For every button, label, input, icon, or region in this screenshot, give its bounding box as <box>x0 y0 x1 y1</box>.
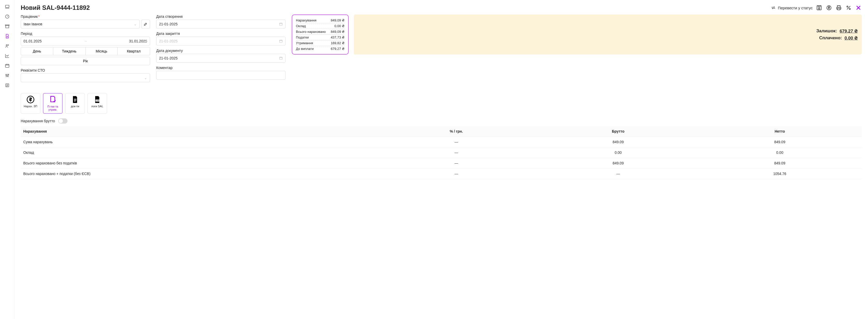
table-row: Всього нараховано + податки (без ЄСВ) — … <box>21 168 862 179</box>
paid-label: Сплачено: <box>819 35 842 41</box>
comment-label: Коментар <box>156 66 285 70</box>
nav-sliders-icon[interactable] <box>5 73 10 78</box>
tab-docs[interactable]: док-ти <box>65 93 85 114</box>
summary-value: 0,00 ₴ <box>334 24 344 28</box>
preset-day[interactable]: День <box>21 47 53 55</box>
period-from: 01.01.2025 <box>24 39 42 43</box>
docdate-label: Дата документу <box>156 49 285 53</box>
nav-document-icon[interactable] <box>5 34 10 39</box>
change-status-label: Перевести у статус <box>778 6 813 10</box>
doc-lines-icon <box>71 95 79 104</box>
svg-rect-16 <box>144 40 147 42</box>
created-input[interactable]: 21-01-2025 <box>156 20 285 28</box>
period-range[interactable]: 01.01.2025 → 31.01.2025 <box>21 37 150 45</box>
comment-input[interactable] <box>156 71 285 79</box>
summary-value: 169,82 ₴ <box>331 41 344 45</box>
svg-rect-0 <box>5 5 9 7</box>
docdate-value: 21-01-2025 <box>159 56 178 60</box>
sidebar <box>0 0 14 319</box>
summary-box: Нарахування849,09 ₴ Оклад0,00 ₴ Всього н… <box>292 14 349 55</box>
percent-icon[interactable] <box>845 4 852 11</box>
close-icon[interactable] <box>855 4 862 11</box>
log-icon: LOG <box>93 95 101 104</box>
svg-rect-17 <box>280 23 282 25</box>
table-row: Всього нараховано без податків — 849.09 … <box>21 158 862 168</box>
summary-label: Податки <box>296 35 309 39</box>
svg-point-5 <box>6 74 6 75</box>
tab-cards: Нарах. ЗП П-тки та утрим. док-ти LOG лог… <box>21 93 862 114</box>
edit-employee-button[interactable] <box>141 20 150 28</box>
nav-chart-icon[interactable] <box>5 53 10 58</box>
tab-accrual[interactable]: Нарах. ЗП <box>21 93 40 114</box>
summary-value: 437,73 ₴ <box>331 35 344 39</box>
requisites-select[interactable]: ⌄ <box>21 73 150 82</box>
preset-week[interactable]: Тиждень <box>53 47 86 55</box>
print-icon[interactable] <box>835 4 842 11</box>
closed-input[interactable]: 21-01-2025 <box>156 37 285 45</box>
tab-label: док-ти <box>71 105 79 108</box>
tab-logs[interactable]: LOG логи SAL <box>87 93 107 114</box>
period-label: Період <box>21 32 150 36</box>
period-preset-group: День Тиждень Місяць Квартал <box>21 47 150 55</box>
nav-list-icon[interactable] <box>5 83 10 88</box>
table-row: Сума нарахувань — 849.09 849.09 <box>21 137 862 147</box>
transfer-icon <box>771 5 776 10</box>
col-gross: Брутто <box>538 126 698 137</box>
nav-calendar-icon[interactable] <box>5 63 10 68</box>
requisites-label: Реквізити СТО <box>21 68 150 72</box>
created-label: Дата створення <box>156 14 285 19</box>
tab-taxes[interactable]: П-тки та утрим. <box>43 93 63 114</box>
save-icon[interactable] <box>816 4 823 11</box>
svg-rect-21 <box>74 99 76 99</box>
paid-value: 0,00 ₴ <box>844 35 858 41</box>
svg-text:LOG: LOG <box>96 100 99 101</box>
created-value: 21-01-2025 <box>159 22 178 26</box>
svg-point-10 <box>818 8 820 9</box>
nav-dashboard-icon[interactable] <box>5 14 10 19</box>
table-row: Оклад — 0.00 0.00 <box>21 147 862 158</box>
employee-select[interactable]: Іван Іванов ⌄ <box>21 20 140 28</box>
svg-rect-22 <box>74 100 76 100</box>
accrual-table: Нарахування % / грн. Брутто Нетто Сума н… <box>21 126 862 179</box>
summary-label: Оклад <box>296 24 306 28</box>
svg-point-3 <box>8 45 8 45</box>
svg-point-2 <box>6 45 7 46</box>
tab-label: Нарах. ЗП <box>24 105 37 108</box>
employee-label: Працівник* <box>21 14 140 19</box>
calendar-icon <box>144 39 147 43</box>
summary-label: Нарахування <box>296 18 316 22</box>
preset-year[interactable]: Рік <box>21 57 150 65</box>
money-icon[interactable] <box>826 4 832 11</box>
svg-rect-19 <box>280 57 282 60</box>
docdate-input[interactable]: 21-01-2025 <box>156 54 285 63</box>
employee-value: Іван Іванов <box>24 22 42 26</box>
preset-month[interactable]: Місяць <box>86 47 118 55</box>
shield-doc-icon <box>49 96 57 104</box>
tab-label: П-тки та утрим. <box>44 105 62 111</box>
balance-box: Залишок: 679,27 ₴ Сплачено: 0,00 ₴ <box>354 14 862 55</box>
arrow-right-icon: → <box>42 39 129 43</box>
nav-users-icon[interactable] <box>5 43 10 49</box>
closed-value: 21-01-2025 <box>159 39 178 43</box>
remain-label: Залишок: <box>816 28 837 34</box>
page-title: Новий SAL-9444-11892 <box>21 4 768 11</box>
tab-label: логи SAL <box>91 105 103 108</box>
summary-value: 849,09 ₴ <box>331 18 344 22</box>
svg-point-6 <box>7 76 7 76</box>
calendar-icon <box>279 56 283 60</box>
summary-label: Всього нараховано <box>296 30 326 34</box>
closed-label: Дата закриття <box>156 32 285 36</box>
svg-point-14 <box>847 6 848 7</box>
remain-value: 679,27 ₴ <box>840 28 858 34</box>
gross-toggle[interactable] <box>58 118 67 124</box>
svg-point-7 <box>8 74 9 75</box>
preset-quarter[interactable]: Квартал <box>118 47 150 55</box>
change-status-button[interactable]: Перевести у статус <box>771 5 813 10</box>
svg-rect-4 <box>5 64 9 67</box>
svg-point-15 <box>849 8 850 9</box>
calendar-icon <box>279 39 283 43</box>
chevron-down-icon: ⌄ <box>134 22 137 26</box>
nav-archive-icon[interactable] <box>5 24 10 29</box>
summary-value: 679,27 ₴ <box>331 47 344 51</box>
nav-laptop-icon[interactable] <box>5 4 10 9</box>
